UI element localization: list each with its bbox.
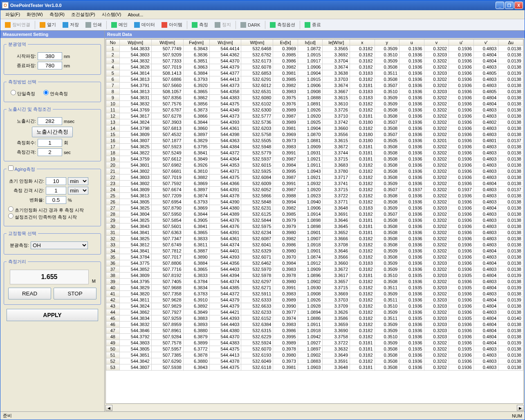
- table-row[interactable]: 14544.3798507.68136.3860544.4361532.6203…: [106, 125, 523, 132]
- table-row[interactable]: 27544.3825507.87906.3869544.4380532.6231…: [106, 205, 523, 211]
- maximize-button[interactable]: ❐: [505, 2, 514, 9]
- table-row[interactable]: 11544.3769507.67876.3873544.4349532.6300…: [106, 107, 523, 113]
- table-row[interactable]: 48544.3792507.92846.3879544.4370532.6229…: [106, 334, 523, 340]
- column-header[interactable]: u': [449, 40, 474, 46]
- column-header[interactable]: v: [424, 40, 449, 46]
- table-row[interactable]: 37544.3852507.77166.3865544.4403532.5970…: [106, 266, 523, 273]
- table-row[interactable]: 28544.3804507.59506.3844544.4389532.6125…: [106, 211, 523, 217]
- measure-exposure-button[interactable]: 노출시간측정: [32, 127, 73, 137]
- toolbar-종료[interactable]: 종료: [302, 20, 324, 29]
- scroll-left-icon[interactable]: ◀: [105, 405, 112, 411]
- toolbar-저장[interactable]: 저장: [60, 20, 82, 29]
- minimize-button[interactable]: _: [496, 2, 504, 9]
- table-row[interactable]: 40544.3829507.96886.3834544.4385532.6271…: [106, 285, 523, 291]
- table-row[interactable]: 46544.3832507.89596.3893544.4403532.6384…: [106, 322, 523, 328]
- stop-button[interactable]: STOP: [54, 288, 96, 299]
- table-row[interactable]: 23544.3802507.75926.3869544.4366532.6009…: [106, 181, 523, 187]
- table-row[interactable]: 1544.3833507.77496.3843544.4414532.64680…: [106, 46, 523, 52]
- table-row[interactable]: 47544.3846507.89616.3880544.4380532.6315…: [106, 328, 523, 334]
- table-row[interactable]: 32544.3825507.73476.3833544.4361532.6087…: [106, 236, 523, 242]
- table-row[interactable]: 9544.3831507.83566.3862544.4383532.60800…: [106, 95, 523, 101]
- column-header[interactable]: Wt[nm]: [241, 40, 273, 46]
- menu-item[interactable]: About...: [124, 11, 146, 18]
- toolbar-측정옵션[interactable]: 측정옵션: [267, 20, 298, 29]
- table-row[interactable]: 10544.3832507.75766.3856544.4375532.6102…: [106, 101, 523, 107]
- table-row[interactable]: 19544.3759507.66126.3849544.4364532.5937…: [106, 156, 523, 162]
- toolbar-데이터[interactable]: 데이터: [131, 20, 158, 29]
- column-header[interactable]: No: [106, 40, 120, 46]
- table-row[interactable]: 17544.3825507.59236.3795544.4384532.5948…: [106, 144, 523, 150]
- table-row[interactable]: 43544.3824507.98296.3892544.4379532.6633…: [106, 303, 523, 309]
- table-row[interactable]: 25544.3813507.72096.3874544.4378532.5866…: [106, 193, 523, 199]
- read-button[interactable]: READ: [8, 288, 51, 299]
- table-row[interactable]: 53544.3807507.59386.3843544.4375532.6118…: [106, 364, 523, 371]
- measure-interval-input[interactable]: [38, 148, 62, 156]
- menu-item[interactable]: 측정(R): [46, 11, 68, 18]
- table-row[interactable]: 36544.3775507.88066.3884544.4356532.6462…: [106, 260, 523, 266]
- column-header[interactable]: Ev[lx]: [273, 40, 298, 46]
- table-row[interactable]: 21544.3802507.66816.3810544.4371532.5925…: [106, 168, 523, 174]
- result-table-wrap[interactable]: NoWp[nm]Wd[nm]Fw[nm]Wc[nm]Wt[nm]Ev[lx]Iv…: [105, 39, 524, 404]
- table-row[interactable]: 35544.3784507.70176.3890544.4393532.6071…: [106, 254, 523, 260]
- table-row[interactable]: 41544.3820507.73586.3783544.4372532.5911…: [106, 291, 523, 297]
- column-header[interactable]: Δu: [498, 40, 523, 46]
- init-stable-input[interactable]: [46, 177, 66, 185]
- menu-item[interactable]: 조건설정(P): [68, 11, 99, 18]
- close-button[interactable]: X: [514, 2, 523, 9]
- column-header[interactable]: Iv[cd]: [298, 40, 323, 46]
- table-row[interactable]: 13544.3824507.39036.3844544.4393532.5736…: [106, 119, 523, 125]
- column-header[interactable]: v': [473, 40, 498, 46]
- table-row[interactable]: 29544.3825507.58546.3905544.4376532.5844…: [106, 217, 523, 223]
- table-row[interactable]: 15544.3809507.45326.3897544.4398532.5758…: [106, 132, 523, 138]
- table-row[interactable]: 3544.3832507.73336.3851544.4370532.61730…: [106, 58, 523, 64]
- table-row[interactable]: 49544.3803507.75786.3899544.4383532.5924…: [106, 340, 523, 346]
- table-row[interactable]: 8544.3813508.10576.3865544.4358532.65310…: [106, 89, 523, 95]
- scroll-right-icon[interactable]: ▶: [517, 405, 524, 411]
- toolbar-측정[interactable]: 측정: [189, 20, 211, 29]
- table-row[interactable]: 52544.3842507.62906.3880544.4378532.6049…: [106, 358, 523, 364]
- table-row[interactable]: 22544.3803507.70196.3882544.4375532.6084…: [106, 174, 523, 181]
- aging-opt2-radio[interactable]: 설정조건이 만족하면 측정 시작: [8, 214, 77, 219]
- table-row[interactable]: 5544.3814508.14136.3884544.4377532.68530…: [106, 70, 523, 76]
- toolbar-메인[interactable]: 메인: [108, 20, 130, 29]
- apply-button[interactable]: APPLY: [7, 309, 98, 321]
- table-row[interactable]: 31544.3841507.63636.3865544.4391532.6234…: [106, 230, 523, 236]
- toolbar-열기[interactable]: 열기: [37, 20, 59, 29]
- table-row[interactable]: 4544.3828507.70196.3863544.4379532.60780…: [106, 64, 523, 70]
- horizontal-scrollbar[interactable]: ◀ ▶: [105, 404, 525, 411]
- table-row[interactable]: 30544.3843507.56016.3841544.4376532.5975…: [106, 223, 523, 230]
- table-row[interactable]: 50544.3805507.59576.3772544.4375532.6070…: [106, 346, 523, 352]
- change-rate-input[interactable]: [46, 196, 66, 204]
- table-row[interactable]: 39544.3795507.74056.3784544.4374532.6297…: [106, 279, 523, 285]
- column-header[interactable]: Ie[W/sr]: [323, 40, 350, 46]
- table-row[interactable]: 51544.3851507.73856.3878544.4413532.6193…: [106, 352, 523, 358]
- aging-interval-input[interactable]: [46, 187, 66, 194]
- menu-item[interactable]: 시스템(V): [99, 11, 125, 18]
- column-header[interactable]: u: [399, 40, 424, 46]
- column-header[interactable]: Fw[nm]: [183, 40, 209, 46]
- table-row[interactable]: 38544.3809507.81926.3833544.4394532.5978…: [106, 273, 523, 279]
- init-stable-unit-select[interactable]: min: [68, 177, 88, 185]
- spectral-measure-select[interactable]: OH: [31, 241, 88, 249]
- table-row[interactable]: 7544.3791507.56606.3920544.4373532.60120…: [106, 83, 523, 89]
- single-measure-radio[interactable]: 단일측정: [11, 90, 35, 97]
- table-row[interactable]: 42544.3811507.96286.3910544.4379532.6333…: [106, 297, 523, 303]
- menu-item[interactable]: 파일(F): [2, 11, 23, 18]
- aging-opt1-radio[interactable]: 초기안정화 시간 경과 후 측정 시작: [8, 208, 84, 212]
- table-row[interactable]: 44544.3862507.79276.3849544.4421532.6233…: [106, 309, 523, 315]
- table-row[interactable]: 18544.3822507.52496.3841544.4372532.5779…: [106, 150, 523, 156]
- column-header[interactable]: Wc[nm]: [209, 40, 241, 46]
- toolbar-인쇄[interactable]: 인쇄: [83, 20, 105, 29]
- table-row[interactable]: 34544.3841507.78126.3887544.4401532.6329…: [106, 248, 523, 254]
- aging-interval-unit-select[interactable]: min: [68, 187, 88, 194]
- column-header[interactable]: y: [375, 40, 399, 46]
- exposure-time-input[interactable]: [38, 117, 62, 125]
- column-header[interactable]: Wd[nm]: [151, 40, 183, 46]
- table-row[interactable]: 16544.3807507.18776.3829544.4363532.5505…: [106, 138, 523, 144]
- table-row[interactable]: 24544.3809507.66746.3897544.4391532.6052…: [106, 187, 523, 193]
- table-row[interactable]: 2544.3803507.92096.3836544.4362532.67820…: [106, 52, 523, 58]
- end-wavelength-input[interactable]: [38, 62, 62, 69]
- table-row[interactable]: 6544.3813507.68866.3793544.4413532.62910…: [106, 76, 523, 83]
- measure-count-input[interactable]: [38, 139, 62, 147]
- continuous-measure-radio[interactable]: 연속측정: [43, 90, 68, 97]
